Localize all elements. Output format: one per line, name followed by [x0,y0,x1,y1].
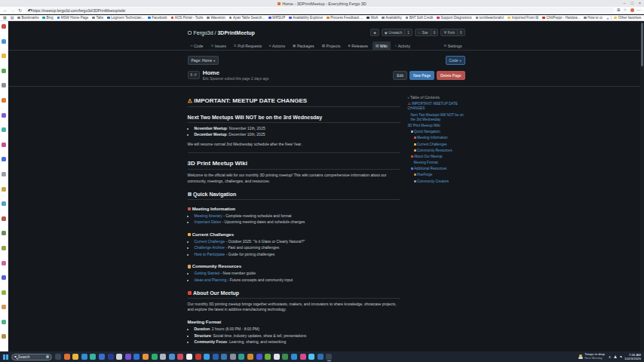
network-icon[interactable] [614,355,617,358]
browser-menu-icon[interactable]: ⋯ [637,8,642,13]
taskbar-app-icon[interactable] [55,354,61,360]
bookmark-item[interactable]: Ayan Table Search... [229,16,265,20]
browser-tab[interactable]: Home - 3DPrintMeetup - Everything Fergo … [0,0,644,7]
wiki-link[interactable]: Challenge Archive [195,245,225,250]
sidebar-app-icon[interactable] [2,231,6,235]
bookmark-item[interactable]: Support Diagnostics [437,16,471,20]
code-dropdown-button[interactable]: Code ▾ [446,56,465,65]
minimize-button[interactable]: – [623,2,625,6]
wiki-link[interactable]: Important Dates [195,219,222,224]
revisions-button[interactable]: 6 ↺ [188,71,200,79]
taskbar-app-icon[interactable] [116,354,122,360]
taskbar-app-icon[interactable] [177,354,183,360]
sidebar-app-icon[interactable] [2,127,6,132]
repo-name-link[interactable]: 3DPrintMeetup [217,30,254,35]
bookmark-item[interactable]: BAT Soft Credit [406,16,434,20]
taskbar-app-icon[interactable] [230,354,236,360]
bookmark-item[interactable]: Availability Explorer [289,16,323,20]
feed-button[interactable]: ◈ [370,29,379,36]
bookmark-item[interactable]: Bing [42,16,53,20]
taskbar-app-icon[interactable] [169,354,175,360]
sidebar-app-icon[interactable] [2,320,6,324]
toc-item[interactable]: HueForge [408,173,465,177]
page-selector-dropdown[interactable]: Page: Home ▾ [188,56,219,65]
bookmark-item[interactable]: Availability [382,16,402,20]
taskbar-app-icon[interactable] [64,354,70,360]
taskbar-app-icon[interactable] [256,354,262,360]
bookmark-item[interactable]: How to configure A... [584,16,603,20]
weather-widget[interactable]: Temps to drop Next Monday [578,353,605,360]
taskbar-app-icon[interactable] [72,354,78,360]
bookmark-item[interactable]: Wavetron [207,16,225,20]
volume-icon[interactable] [620,356,622,358]
collapse-triangle-icon[interactable]: ▾ [408,96,409,100]
taskbar-app-icon[interactable] [265,354,271,360]
taskbar-app-icon[interactable] [213,354,219,360]
wiki-link[interactable]: Getting Started [195,271,220,275]
hidden-icons-chevron[interactable]: ∧ [609,355,612,359]
taskbar-app-icon[interactable] [317,354,324,360]
address-bar[interactable]: https://meetup.fergo3d.com/fergo3d/3DPri… [25,8,614,13]
sidebar-app-icon[interactable] [2,113,6,118]
sidebar-app-icon[interactable] [2,143,6,147]
taskbar-app-icon[interactable] [326,354,332,360]
star-button[interactable]: ☆Star [415,29,431,36]
sidebar-app-icon[interactable] [2,39,6,44]
sidebar-app-icon[interactable] [2,187,6,192]
wiki-link[interactable]: Current Challenge [195,239,225,244]
fork-button[interactable]: ΨFork [440,29,458,36]
toc-item[interactable]: Next Two Meetups Will NOT be on the 3rd … [408,113,465,122]
tab-pull-requests[interactable]: ⇅Pull Requests [231,41,265,50]
maximize-button[interactable]: □ [630,2,633,6]
taskbar-app-icon[interactable] [90,354,96,360]
other-favorites[interactable]: Other favorites [614,16,641,20]
tab-packages[interactable]: ▣Packages [290,41,317,50]
sidebar-app-icon[interactable] [2,69,6,73]
tab-code[interactable]: ‹›Code [188,41,207,50]
toc-item[interactable]: ⚠ IMPORTANT: MEETUP DATE CHANGES [408,102,465,111]
wiki-link[interactable]: Meeting Itinerary [195,213,222,218]
sidebar-apps-icon[interactable]: ▦ [3,16,7,20]
bookmark-item[interactable]: WoA [366,16,378,20]
taskbar-app-icon[interactable] [160,354,166,360]
taskbar-app-icon[interactable] [221,354,227,360]
bookmark-item[interactable]: Logmein Technician... [107,16,144,20]
close-button[interactable]: × [639,2,641,6]
bookmark-item[interactable]: tumbleasfonaful [476,16,504,20]
profile-avatar[interactable] [630,8,634,12]
toc-item[interactable]: About Our Meetup [408,155,465,159]
taskbar-search[interactable]: Search [11,354,52,360]
taskbar-app-icon[interactable] [300,354,306,360]
new-page-button[interactable]: New Page [409,71,434,80]
sidebar-app-icon[interactable] [2,246,6,250]
toc-item[interactable]: Additional Resources [408,167,465,171]
edit-button[interactable]: Edit [393,71,407,80]
tab-actions[interactable]: ▸Actions [266,41,288,50]
taskbar-app-icon[interactable] [186,354,192,360]
refresh-button[interactable]: ↻ [18,8,22,13]
bookmark-item[interactable]: Facebook [148,16,167,20]
sidebar-app-icon[interactable] [2,98,6,103]
taskbar-app-icon[interactable] [274,354,280,360]
tab-activity[interactable]: ≈Activity [392,41,413,50]
tab-issues[interactable]: ⊙Issues [207,41,228,50]
tab-settings[interactable]: ⚙Settings [440,41,465,50]
taskbar-app-icon[interactable] [247,354,253,360]
scrollbar-thumb[interactable] [641,23,643,66]
sidebar-app-icon[interactable] [2,275,6,280]
taskbar-app-icon[interactable] [282,354,288,360]
bookmark-item[interactable]: AOS Portal - Tools [171,16,204,20]
toc-item[interactable]: Community Creators [408,179,465,184]
toc-item[interactable]: Quick Navigation [408,130,465,134]
sidebar-app-icon[interactable] [2,261,6,265]
toc-item[interactable]: Current Challenges [408,143,465,147]
bookmark-item[interactable]: WRSUP [268,16,285,20]
unwatch-button[interactable]: ◉Unwatch [382,29,405,36]
taskbar-app-icon[interactable] [133,354,140,360]
sidebar-app-icon[interactable] [2,334,6,339]
favorites-star-icon[interactable]: ☆ [624,8,627,13]
sidebar-app-icon[interactable] [2,201,6,206]
tab-projects[interactable]: ▦Projects [319,41,344,50]
bookmark-item[interactable]: ChiliPeppr - Hardwa... [542,16,580,20]
taskbar-app-icon[interactable] [238,354,244,360]
